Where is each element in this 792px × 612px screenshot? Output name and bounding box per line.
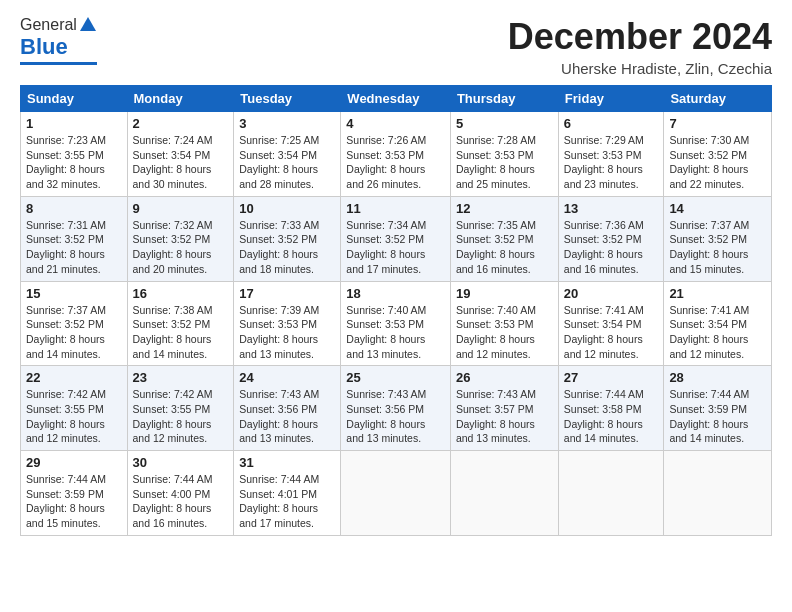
day-number: 2 bbox=[133, 116, 229, 131]
day-number: 11 bbox=[346, 201, 445, 216]
col-thursday: Thursday bbox=[450, 86, 558, 112]
logo-general-text: General bbox=[20, 16, 77, 34]
table-row bbox=[558, 451, 664, 536]
table-row: 19Sunrise: 7:40 AMSunset: 3:53 PMDayligh… bbox=[450, 281, 558, 366]
day-info: Sunrise: 7:42 AMSunset: 3:55 PMDaylight:… bbox=[133, 387, 229, 446]
col-wednesday: Wednesday bbox=[341, 86, 451, 112]
calendar-week-row: 1Sunrise: 7:23 AMSunset: 3:55 PMDaylight… bbox=[21, 112, 772, 197]
title-block: December 2024 Uherske Hradiste, Zlin, Cz… bbox=[508, 16, 772, 77]
day-number: 23 bbox=[133, 370, 229, 385]
table-row bbox=[450, 451, 558, 536]
col-saturday: Saturday bbox=[664, 86, 772, 112]
day-number: 26 bbox=[456, 370, 553, 385]
table-row: 10Sunrise: 7:33 AMSunset: 3:52 PMDayligh… bbox=[234, 196, 341, 281]
day-number: 19 bbox=[456, 286, 553, 301]
calendar-week-row: 15Sunrise: 7:37 AMSunset: 3:52 PMDayligh… bbox=[21, 281, 772, 366]
day-number: 29 bbox=[26, 455, 122, 470]
calendar-week-row: 29Sunrise: 7:44 AMSunset: 3:59 PMDayligh… bbox=[21, 451, 772, 536]
day-number: 17 bbox=[239, 286, 335, 301]
day-info: Sunrise: 7:44 AMSunset: 3:58 PMDaylight:… bbox=[564, 387, 659, 446]
day-number: 31 bbox=[239, 455, 335, 470]
day-number: 30 bbox=[133, 455, 229, 470]
table-row: 13Sunrise: 7:36 AMSunset: 3:52 PMDayligh… bbox=[558, 196, 664, 281]
day-number: 28 bbox=[669, 370, 766, 385]
day-number: 24 bbox=[239, 370, 335, 385]
table-row: 22Sunrise: 7:42 AMSunset: 3:55 PMDayligh… bbox=[21, 366, 128, 451]
table-row: 21Sunrise: 7:41 AMSunset: 3:54 PMDayligh… bbox=[664, 281, 772, 366]
table-row: 25Sunrise: 7:43 AMSunset: 3:56 PMDayligh… bbox=[341, 366, 451, 451]
header: General Blue December 2024 Uherske Hradi… bbox=[20, 16, 772, 77]
table-row: 8Sunrise: 7:31 AMSunset: 3:52 PMDaylight… bbox=[21, 196, 128, 281]
day-number: 8 bbox=[26, 201, 122, 216]
table-row: 3Sunrise: 7:25 AMSunset: 3:54 PMDaylight… bbox=[234, 112, 341, 197]
day-info: Sunrise: 7:43 AMSunset: 3:56 PMDaylight:… bbox=[346, 387, 445, 446]
table-row: 26Sunrise: 7:43 AMSunset: 3:57 PMDayligh… bbox=[450, 366, 558, 451]
day-info: Sunrise: 7:35 AMSunset: 3:52 PMDaylight:… bbox=[456, 218, 553, 277]
table-row: 6Sunrise: 7:29 AMSunset: 3:53 PMDaylight… bbox=[558, 112, 664, 197]
col-monday: Monday bbox=[127, 86, 234, 112]
day-info: Sunrise: 7:29 AMSunset: 3:53 PMDaylight:… bbox=[564, 133, 659, 192]
day-info: Sunrise: 7:39 AMSunset: 3:53 PMDaylight:… bbox=[239, 303, 335, 362]
day-number: 10 bbox=[239, 201, 335, 216]
calendar-week-row: 8Sunrise: 7:31 AMSunset: 3:52 PMDaylight… bbox=[21, 196, 772, 281]
day-number: 12 bbox=[456, 201, 553, 216]
table-row: 17Sunrise: 7:39 AMSunset: 3:53 PMDayligh… bbox=[234, 281, 341, 366]
day-number: 4 bbox=[346, 116, 445, 131]
day-number: 14 bbox=[669, 201, 766, 216]
day-number: 22 bbox=[26, 370, 122, 385]
logo-blue-text: Blue bbox=[20, 34, 68, 60]
table-row: 24Sunrise: 7:43 AMSunset: 3:56 PMDayligh… bbox=[234, 366, 341, 451]
day-number: 6 bbox=[564, 116, 659, 131]
logo-line bbox=[20, 62, 97, 65]
month-title: December 2024 bbox=[508, 16, 772, 58]
table-row bbox=[664, 451, 772, 536]
day-number: 20 bbox=[564, 286, 659, 301]
day-info: Sunrise: 7:36 AMSunset: 3:52 PMDaylight:… bbox=[564, 218, 659, 277]
table-row: 15Sunrise: 7:37 AMSunset: 3:52 PMDayligh… bbox=[21, 281, 128, 366]
day-number: 7 bbox=[669, 116, 766, 131]
table-row: 12Sunrise: 7:35 AMSunset: 3:52 PMDayligh… bbox=[450, 196, 558, 281]
day-info: Sunrise: 7:28 AMSunset: 3:53 PMDaylight:… bbox=[456, 133, 553, 192]
calendar-header-row: Sunday Monday Tuesday Wednesday Thursday… bbox=[21, 86, 772, 112]
location: Uherske Hradiste, Zlin, Czechia bbox=[508, 60, 772, 77]
col-tuesday: Tuesday bbox=[234, 86, 341, 112]
day-info: Sunrise: 7:37 AMSunset: 3:52 PMDaylight:… bbox=[26, 303, 122, 362]
page: General Blue December 2024 Uherske Hradi… bbox=[0, 0, 792, 612]
day-info: Sunrise: 7:43 AMSunset: 3:57 PMDaylight:… bbox=[456, 387, 553, 446]
day-number: 9 bbox=[133, 201, 229, 216]
col-sunday: Sunday bbox=[21, 86, 128, 112]
day-info: Sunrise: 7:40 AMSunset: 3:53 PMDaylight:… bbox=[456, 303, 553, 362]
day-info: Sunrise: 7:37 AMSunset: 3:52 PMDaylight:… bbox=[669, 218, 766, 277]
table-row: 5Sunrise: 7:28 AMSunset: 3:53 PMDaylight… bbox=[450, 112, 558, 197]
day-info: Sunrise: 7:24 AMSunset: 3:54 PMDaylight:… bbox=[133, 133, 229, 192]
table-row: 14Sunrise: 7:37 AMSunset: 3:52 PMDayligh… bbox=[664, 196, 772, 281]
day-number: 5 bbox=[456, 116, 553, 131]
day-info: Sunrise: 7:43 AMSunset: 3:56 PMDaylight:… bbox=[239, 387, 335, 446]
table-row: 29Sunrise: 7:44 AMSunset: 3:59 PMDayligh… bbox=[21, 451, 128, 536]
logo-triangle-icon bbox=[79, 16, 97, 34]
table-row: 31Sunrise: 7:44 AMSunset: 4:01 PMDayligh… bbox=[234, 451, 341, 536]
day-info: Sunrise: 7:41 AMSunset: 3:54 PMDaylight:… bbox=[669, 303, 766, 362]
day-number: 21 bbox=[669, 286, 766, 301]
day-number: 25 bbox=[346, 370, 445, 385]
calendar-week-row: 22Sunrise: 7:42 AMSunset: 3:55 PMDayligh… bbox=[21, 366, 772, 451]
day-number: 13 bbox=[564, 201, 659, 216]
table-row: 7Sunrise: 7:30 AMSunset: 3:52 PMDaylight… bbox=[664, 112, 772, 197]
day-info: Sunrise: 7:38 AMSunset: 3:52 PMDaylight:… bbox=[133, 303, 229, 362]
day-number: 16 bbox=[133, 286, 229, 301]
table-row: 23Sunrise: 7:42 AMSunset: 3:55 PMDayligh… bbox=[127, 366, 234, 451]
day-info: Sunrise: 7:44 AMSunset: 3:59 PMDaylight:… bbox=[669, 387, 766, 446]
table-row: 27Sunrise: 7:44 AMSunset: 3:58 PMDayligh… bbox=[558, 366, 664, 451]
day-info: Sunrise: 7:31 AMSunset: 3:52 PMDaylight:… bbox=[26, 218, 122, 277]
table-row: 4Sunrise: 7:26 AMSunset: 3:53 PMDaylight… bbox=[341, 112, 451, 197]
table-row bbox=[341, 451, 451, 536]
table-row: 30Sunrise: 7:44 AMSunset: 4:00 PMDayligh… bbox=[127, 451, 234, 536]
day-info: Sunrise: 7:23 AMSunset: 3:55 PMDaylight:… bbox=[26, 133, 122, 192]
day-info: Sunrise: 7:34 AMSunset: 3:52 PMDaylight:… bbox=[346, 218, 445, 277]
day-number: 3 bbox=[239, 116, 335, 131]
day-number: 1 bbox=[26, 116, 122, 131]
table-row: 9Sunrise: 7:32 AMSunset: 3:52 PMDaylight… bbox=[127, 196, 234, 281]
day-info: Sunrise: 7:33 AMSunset: 3:52 PMDaylight:… bbox=[239, 218, 335, 277]
day-info: Sunrise: 7:30 AMSunset: 3:52 PMDaylight:… bbox=[669, 133, 766, 192]
table-row: 20Sunrise: 7:41 AMSunset: 3:54 PMDayligh… bbox=[558, 281, 664, 366]
